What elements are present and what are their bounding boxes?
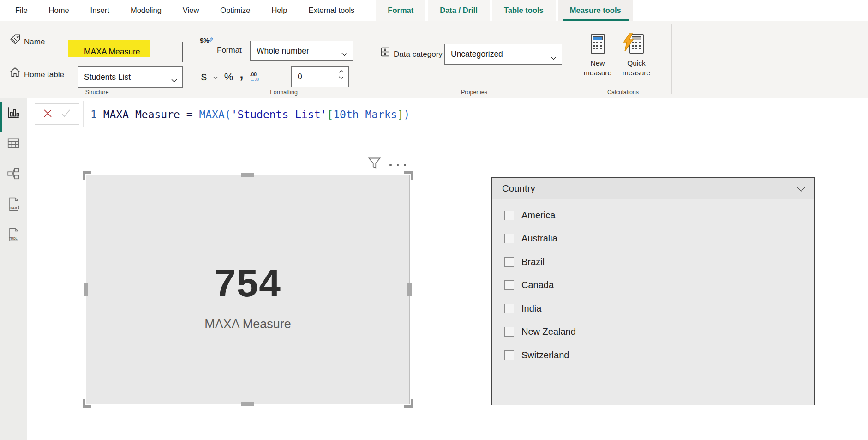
commit-formula-button[interactable]: [61, 109, 71, 119]
checkbox-unchecked[interactable]: [504, 257, 514, 267]
tab-data-drill[interactable]: Data / Drill: [428, 0, 490, 21]
tmdl-view-icon: TMDL: [6, 227, 20, 244]
menu-item-modeling[interactable]: Modeling: [120, 0, 172, 21]
ribbon-divider: [194, 24, 194, 94]
cancel-formula-button[interactable]: [43, 109, 52, 120]
slicer-item-america[interactable]: America: [504, 204, 814, 227]
home-icon: [9, 66, 21, 80]
group-label-calculations: Calculations: [575, 89, 671, 96]
slicer-item-australia[interactable]: Australia: [504, 227, 814, 251]
slicer-items: AmericaAustraliaBrazilCanadaIndiaNew Zea…: [492, 199, 814, 367]
resize-handle[interactable]: [404, 399, 413, 408]
tab-measure-tools[interactable]: Measure tools: [558, 0, 633, 21]
filter-icon[interactable]: [367, 156, 382, 173]
slicer-item-label: America: [521, 210, 555, 221]
sidebar-item-tmdl-view[interactable]: TMDL: [0, 220, 27, 251]
card-value: 754: [86, 261, 409, 306]
formula-token: 'Students List': [231, 108, 327, 121]
slicer-item-label: Australia: [521, 233, 557, 244]
view-sidebar: DAX TMDL: [0, 98, 27, 440]
resize-handle[interactable]: [241, 173, 254, 177]
menu-item-help[interactable]: Help: [261, 0, 298, 21]
tab-format[interactable]: Format: [376, 0, 425, 21]
formula-text[interactable]: 1 MAXA Measure = MAXA('Students List'[10…: [90, 98, 410, 130]
sidebar-item-dax-query-view[interactable]: DAX: [0, 190, 27, 220]
resize-handle[interactable]: [404, 171, 413, 180]
format-pencil-icon: $%: [200, 33, 214, 44]
quick-measure-calculator-icon: [629, 34, 644, 54]
checkbox-unchecked[interactable]: [504, 350, 514, 360]
chevron-down-icon[interactable]: [213, 73, 218, 81]
slicer-item-label: New Zealand: [521, 326, 576, 337]
menu-item-home[interactable]: Home: [38, 0, 80, 21]
resize-handle[interactable]: [83, 399, 91, 408]
quick-measure-label: Quick measure: [623, 58, 650, 78]
sidebar-item-report-view[interactable]: [0, 98, 27, 129]
formula-commit-buttons: [35, 103, 79, 125]
resize-handle[interactable]: [407, 283, 412, 296]
home-table-select[interactable]: Students List: [78, 66, 183, 88]
country-slicer[interactable]: Country AmericaAustraliaBrazilCanadaIndi…: [491, 177, 815, 405]
data-category-label: Data category: [394, 50, 443, 59]
slicer-item-new-zealand[interactable]: New Zealand: [504, 320, 814, 344]
menu-item-insert[interactable]: Insert: [80, 0, 120, 21]
formula-token: ): [404, 108, 410, 121]
menu-item-external-tools[interactable]: External tools: [298, 0, 365, 21]
resize-handle[interactable]: [83, 171, 91, 180]
more-options-icon[interactable]: [389, 164, 406, 166]
data-category-select[interactable]: Uncategorized: [444, 44, 562, 65]
sidebar-item-table-view[interactable]: [0, 129, 27, 159]
dax-query-view-icon: DAX: [6, 197, 20, 213]
group-label-structure: Structure: [0, 89, 194, 96]
active-view-indicator: [0, 102, 2, 132]
percent-icon[interactable]: %: [224, 71, 233, 83]
slicer-item-canada[interactable]: Canada: [504, 274, 814, 297]
new-measure-calculator-icon: [591, 34, 605, 54]
measure-name-input[interactable]: [78, 42, 183, 62]
resize-handle[interactable]: [241, 402, 254, 406]
slicer-title: Country: [502, 183, 535, 194]
sidebar-item-model-view[interactable]: [0, 159, 27, 190]
formula-bar: 1 MAXA Measure = MAXA('Students List'[10…: [27, 98, 868, 130]
checkbox-unchecked[interactable]: [504, 234, 514, 243]
decimal-places-icon[interactable]: .00→.0: [250, 72, 259, 82]
resize-handle[interactable]: [84, 283, 88, 296]
name-label: Name: [24, 37, 45, 47]
menu-item-optimize[interactable]: Optimize: [210, 0, 261, 21]
ribbon-divider: [671, 24, 672, 94]
menu-item-view[interactable]: View: [172, 0, 210, 21]
menu-item-file[interactable]: File: [5, 0, 38, 21]
checkbox-unchecked[interactable]: [504, 327, 514, 337]
format-label: Format: [217, 46, 242, 55]
svg-text:DAX: DAX: [10, 206, 18, 210]
quick-measure-button[interactable]: Quick measure: [617, 31, 655, 78]
dollar-icon[interactable]: $: [201, 72, 207, 83]
decimal-places-stepper[interactable]: 0: [291, 66, 349, 87]
checkbox-unchecked[interactable]: [504, 211, 514, 220]
card-visual[interactable]: 754 MAXA Measure: [86, 175, 410, 404]
table-view-icon: [6, 136, 20, 152]
chevron-down-icon[interactable]: [797, 186, 805, 194]
svg-text:TMDL: TMDL: [9, 237, 18, 240]
new-measure-button[interactable]: New measure: [579, 31, 617, 78]
formula-token: [: [327, 108, 333, 121]
formula-token: ]: [397, 108, 404, 121]
ribbon-divider: [374, 24, 374, 94]
chevron-down-icon: [171, 75, 177, 85]
slicer-header: Country: [492, 178, 814, 199]
formula-token: MAXA: [199, 108, 224, 121]
tag-icon: [9, 33, 21, 47]
formula-token: =: [186, 108, 199, 121]
checkbox-unchecked[interactable]: [504, 280, 514, 290]
thousands-separator-icon[interactable]: ,: [239, 72, 243, 76]
home-table-value: Students List: [84, 72, 131, 82]
tab-table-tools[interactable]: Table tools: [492, 0, 556, 21]
checkbox-unchecked[interactable]: [504, 304, 514, 313]
stepper-arrows[interactable]: [339, 70, 344, 79]
report-canvas[interactable]: 754 MAXA Measure Country AmericaAustrali…: [27, 130, 868, 440]
format-select[interactable]: Whole number: [250, 41, 353, 61]
slicer-item-switzerland[interactable]: Switzerland: [504, 344, 814, 367]
slicer-item-brazil[interactable]: Brazil: [504, 250, 814, 274]
slicer-item-india[interactable]: India: [504, 297, 814, 320]
group-label-formatting: Formatting: [194, 89, 374, 96]
